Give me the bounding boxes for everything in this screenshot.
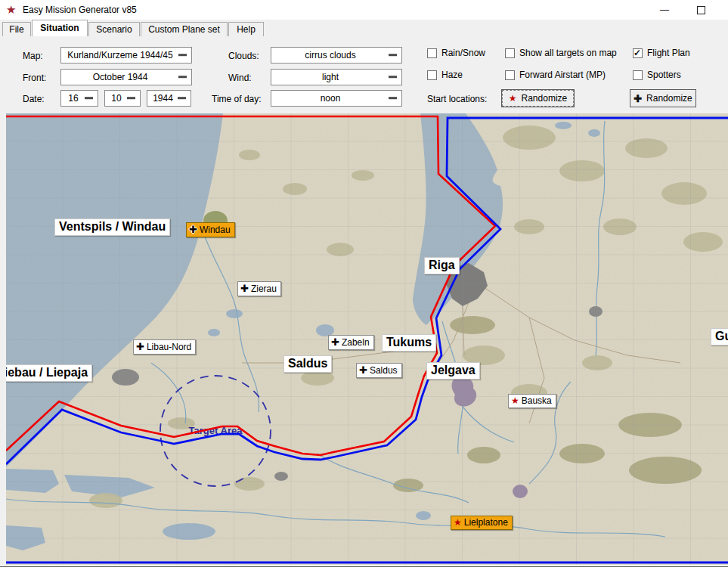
forward-airstart-checkbox[interactable] [505,70,515,80]
map-select[interactable]: Kurland/Kurzeme 1944/45 [60,47,192,64]
airfield-marker-zierau[interactable]: Zierau [237,281,281,296]
airfield-name: Windau [200,225,231,236]
airfield-marker-bauska[interactable]: Bauska [508,394,556,408]
airfield-name: Saldus [370,365,398,376]
tab-scenario[interactable]: Scenario [88,22,140,36]
time-of-day-select[interactable]: noon [271,90,402,107]
tab-file[interactable]: File [2,22,31,36]
randomize-axis-label: Randomize [522,93,568,104]
plus-icon [331,336,339,349]
map-label: Map: [23,51,43,61]
forward-airstart-label: Forward Airstart (MP) [519,70,606,80]
date-year-value: 1944 [153,93,173,104]
airfield-marker-libau-nord[interactable]: Libau-Nord [133,339,196,355]
airfield-marker-saldus[interactable]: Saldus [356,363,402,378]
window-title: Easy Mission Generator v85 [23,5,137,15]
flight-plan-label: Flight Plan [647,48,690,58]
start-locations-label: Start locations: [427,94,487,104]
plus-icon [240,283,249,295]
city-label-saldus: Saldus [283,355,332,373]
checkbox-rain-snow[interactable]: Rain/Snow [427,48,485,58]
show-all-targets-label: Show all targets on map [519,48,617,58]
front-select-value: October 1944 [93,72,148,82]
checkbox-haze[interactable]: Haze [427,70,463,80]
front-label: Front: [23,73,46,83]
spotters-checkbox[interactable] [633,70,643,80]
plus-icon [359,364,367,376]
date-month-select[interactable]: 10 [104,90,141,107]
plus-icon [136,341,144,353]
app-window: ★ Easy Mission Generator v85 — File Situ… [0,0,728,567]
haze-checkbox[interactable] [427,70,437,80]
rain-snow-label: Rain/Snow [441,48,485,58]
minimize-button[interactable]: — [648,0,681,20]
haze-label: Haze [441,70,463,80]
checkbox-spotters[interactable]: Spotters [633,70,681,80]
city-label-ventspils: Ventspils / Windau [54,218,170,236]
airfield-marker-windau[interactable]: Windau [186,222,235,237]
title-bar: ★ Easy Mission Generator v85 — [0,0,728,20]
city-label-tukums: Tukums [382,334,436,352]
tab-situation[interactable]: Situation [32,20,88,36]
clouds-label: Clouds: [228,51,259,61]
map-canvas[interactable]: Target Area Ventspils / Windau Riga Tuku… [6,113,728,565]
date-label: Date: [23,94,45,104]
spotters-label: Spotters [647,70,681,80]
clouds-select-value: cirrus clouds [305,50,355,60]
front-select[interactable]: October 1944 [60,69,192,85]
star-icon [454,517,462,528]
map-select-value: Kurland/Kurzeme 1944/45 [67,50,172,60]
tab-help[interactable]: Help [228,22,264,36]
airfield-name: Bauska [522,395,552,407]
randomize-allied-label: Randomize [646,93,692,104]
wind-select-value: light [322,72,339,82]
airfield-marker-zabeln[interactable]: Zabeln [328,335,374,350]
black-plus-icon: ✚ [634,93,642,104]
flight-plan-checkbox[interactable] [633,48,643,58]
date-day-select[interactable]: 16 [60,90,98,107]
city-label-jelgava: Jelgava [426,362,480,380]
wind-select[interactable]: light [271,69,402,85]
checkbox-flight-plan[interactable]: Flight Plan [633,48,690,58]
checkbox-show-all-targets[interactable]: Show all targets on map [505,48,617,58]
star-icon [511,395,519,407]
plus-icon [189,224,197,236]
airfield-name: Zierau [251,284,277,295]
maximize-icon [697,6,705,14]
wind-label: Wind: [228,73,252,83]
date-year-select[interactable]: 1944 [147,90,191,107]
randomize-axis-start-button[interactable]: ★ Randomize [501,89,575,107]
airfield-name: Lielplatone [464,517,508,528]
clouds-select[interactable]: cirrus clouds [271,47,402,64]
city-label-liepaja: Liebau / Liepaja [6,364,92,382]
time-of-day-label: Time of day: [212,94,262,104]
city-label-riga: Riga [424,257,460,274]
date-day-value: 16 [68,93,78,104]
app-logo-star-icon: ★ [6,3,16,17]
airfield-name: Libau-Nord [147,342,191,353]
maximize-button[interactable] [684,0,717,20]
situation-panel: Map: Front: Date: Kurland/Kurzeme 1944/4… [0,36,728,113]
red-star-icon: ★ [509,93,517,104]
tab-custom-plane-set[interactable]: Custom Plane set [141,22,228,36]
randomize-allied-start-button[interactable]: ✚ Randomize [630,89,696,107]
checkbox-forward-airstart[interactable]: Forward Airstart (MP) [505,70,606,80]
date-month-value: 10 [111,93,121,104]
show-all-targets-checkbox[interactable] [505,48,515,58]
tab-strip: File Situation Scenario Custom Plane set… [0,20,728,36]
city-label-gu-truncated: Gu [711,328,728,345]
time-of-day-select-value: noon [321,93,341,104]
airfield-marker-lielplatone[interactable]: Lielplatone [451,516,513,530]
airfield-name: Zabeln [342,337,370,349]
rain-snow-checkbox[interactable] [427,48,437,58]
